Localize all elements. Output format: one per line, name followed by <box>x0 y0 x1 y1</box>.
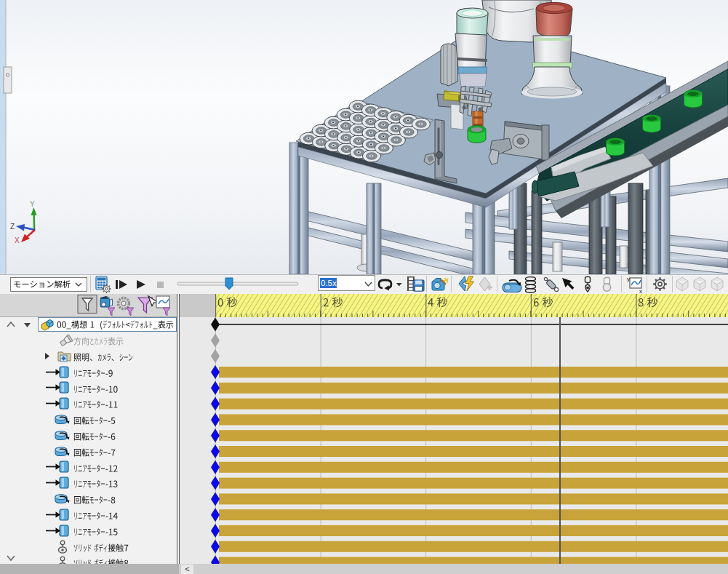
svg-text:Y: Y <box>30 200 35 208</box>
svg-text:x: x <box>639 288 642 294</box>
svg-text:X: X <box>15 236 20 244</box>
svg-text:Z: Z <box>10 223 15 231</box>
svg-text:y: y <box>627 276 630 282</box>
